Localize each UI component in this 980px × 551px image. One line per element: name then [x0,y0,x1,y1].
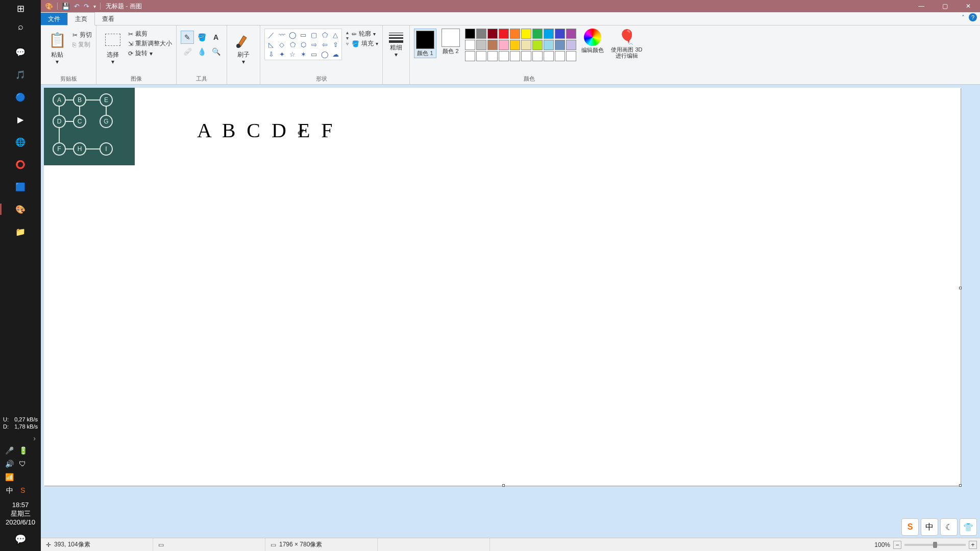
taskbar-app-netease[interactable]: 🎵 [0,67,41,82]
ime-moon-icon[interactable]: ☾ [940,518,958,536]
palette-swatch[interactable] [465,29,475,39]
palette-swatch[interactable] [487,29,498,39]
palette-swatch[interactable] [499,51,509,61]
taskbar-app-wechat[interactable]: 💬 [0,44,41,60]
zoom-out-button[interactable]: − [893,541,901,549]
taskbar-app-explorer[interactable]: 📁 [0,224,41,239]
shape-5star[interactable]: ☆ [287,49,298,59]
qat-redo-icon[interactable]: ↷ [84,3,89,10]
shape-roundrect[interactable]: ▢ [309,30,319,39]
taskbar-app-obs[interactable]: ⭕ [0,157,41,172]
shape-arrow-u[interactable]: ⇧ [330,40,340,49]
tray-battery-icon[interactable]: 🔋 [19,446,28,455]
taskbar-action-center[interactable]: 💬 [0,530,41,551]
palette-swatch[interactable] [532,29,543,39]
help-icon[interactable]: ? [969,13,977,21]
palette-swatch[interactable] [566,51,576,61]
brush-button[interactable]: 刷子▾ [231,29,256,66]
tool-picker[interactable]: 💧 [195,45,208,58]
palette-swatch[interactable] [532,40,543,50]
title-bar[interactable]: 🎨 💾 ↶ ↷ ▾ 无标题 - 画图 — ▢ ✕ [41,0,980,12]
palette-swatch[interactable] [487,40,498,50]
palette-swatch[interactable] [499,40,509,50]
shape-scroll-down[interactable]: ▾ [346,35,349,41]
tray-wifi-icon[interactable]: 📶 [5,473,14,481]
palette-swatch[interactable] [476,29,486,39]
palette-swatch[interactable] [555,40,565,50]
tool-magnifier[interactable]: 🔍 [209,45,223,58]
shape-pentagon[interactable]: ⬠ [287,40,298,49]
tray-volume-icon[interactable]: 🔊 [5,460,14,468]
window-close-button[interactable]: ✕ [957,3,980,10]
shape-outline-button[interactable]: ✏轮廓 ▾ [352,30,378,38]
canvas-resize-handle-right[interactable] [959,287,962,289]
shape-arrow-d[interactable]: ⇩ [266,49,276,59]
window-minimize-button[interactable]: — [910,3,933,10]
palette-swatch[interactable] [521,29,531,39]
ime-skin-icon[interactable]: 👕 [960,518,977,536]
palette-swatch[interactable] [476,40,486,50]
shape-gallery[interactable]: ／ 〰 ◯ ▭ ▢ ⬠ △ ◺ ◇ ⬠ ⬡ ⇨ ⇦ ⇧ ⇩ ✦ ☆ [264,29,342,60]
tray-ime[interactable]: 中 [6,486,13,495]
tray-mic-icon[interactable]: 🎤 [5,446,14,455]
palette-swatch[interactable] [521,51,531,61]
shape-triangle[interactable]: △ [330,30,340,39]
copy-button[interactable]: ⎘复制 [72,40,92,49]
tool-text[interactable]: A [209,31,223,44]
qat-undo-icon[interactable]: ↶ [74,3,80,10]
shape-line[interactable]: ／ [266,30,276,39]
palette-swatch[interactable] [544,29,554,39]
edit-colors-button[interactable]: 编辑颜色 [581,29,604,53]
paint3d-button[interactable]: 🎈 使用画图 3D 进行编辑 [609,29,645,59]
window-maximize-button[interactable]: ▢ [933,3,957,10]
tool-pencil[interactable]: ✎ [181,31,194,44]
start-button[interactable]: ⊞ [17,3,24,14]
shape-oval[interactable]: ◯ [287,30,298,39]
palette-swatch[interactable] [499,29,509,39]
shape-callout-rect[interactable]: ▭ [309,49,319,59]
palette-swatch[interactable] [510,29,520,39]
taskbar-app-chrome[interactable]: 🌐 [0,134,41,149]
rotate-button[interactable]: ⟳旋转 ▾ [128,49,172,58]
zoom-slider[interactable] [904,544,966,546]
tab-home[interactable]: 主页 [67,12,95,26]
palette-swatch[interactable] [544,51,554,61]
shape-6star[interactable]: ✶ [298,49,308,59]
tool-fill[interactable]: 🪣 [195,31,208,44]
palette-swatch[interactable] [510,40,520,50]
tool-eraser[interactable]: 🩹 [181,45,194,58]
palette-swatch[interactable] [555,51,565,61]
tab-view[interactable]: 查看 [95,13,121,25]
shape-4star[interactable]: ✦ [277,49,287,59]
shape-callout-cloud[interactable]: ☁ [330,49,340,59]
taskbar-clock[interactable]: 18:57 星期三 2020/6/10 [0,497,41,530]
shape-rect[interactable]: ▭ [298,30,308,39]
shape-callout-oval[interactable]: ◯ [320,49,330,59]
cut-button[interactable]: ✂剪切 [72,31,92,39]
qat-customize-icon[interactable]: ▾ [93,4,96,9]
shape-hexagon[interactable]: ⬡ [298,40,308,49]
tray-sogou-icon[interactable]: S [20,486,25,495]
shape-arrow-r[interactable]: ⇨ [309,40,319,49]
shape-expand[interactable]: ▿ [346,41,349,46]
color2-button[interactable]: 颜色 2 [442,29,460,54]
size-button[interactable]: 粗细▾ [387,29,405,59]
ime-sogou-icon[interactable]: S [901,518,919,536]
shape-arrow-l[interactable]: ⇦ [320,40,330,49]
crop-button[interactable]: ✂裁剪 [128,30,172,38]
shape-scroll-up[interactable]: ▴ [346,30,349,35]
zoom-in-button[interactable]: + [969,541,977,549]
shape-curve[interactable]: 〰 [277,30,287,39]
shape-fill-button[interactable]: 🪣填充 ▾ [352,39,378,48]
palette-swatch[interactable] [465,51,475,61]
shape-polygon[interactable]: ⬠ [320,30,330,39]
shape-rtriangle[interactable]: ◺ [266,40,276,49]
taskbar-app-potplayer[interactable]: ▶ [0,112,41,127]
paste-button[interactable]: 📋 粘贴▾ [45,29,69,66]
shape-diamond[interactable]: ◇ [277,40,287,49]
resize-button[interactable]: ⇲重新调整大小 [128,39,172,48]
canvas-resize-handle-bottom[interactable] [502,484,505,487]
qat-save-icon[interactable]: 💾 [62,3,70,10]
palette-swatch[interactable] [521,40,531,50]
ime-lang-button[interactable]: 中 [921,518,938,536]
